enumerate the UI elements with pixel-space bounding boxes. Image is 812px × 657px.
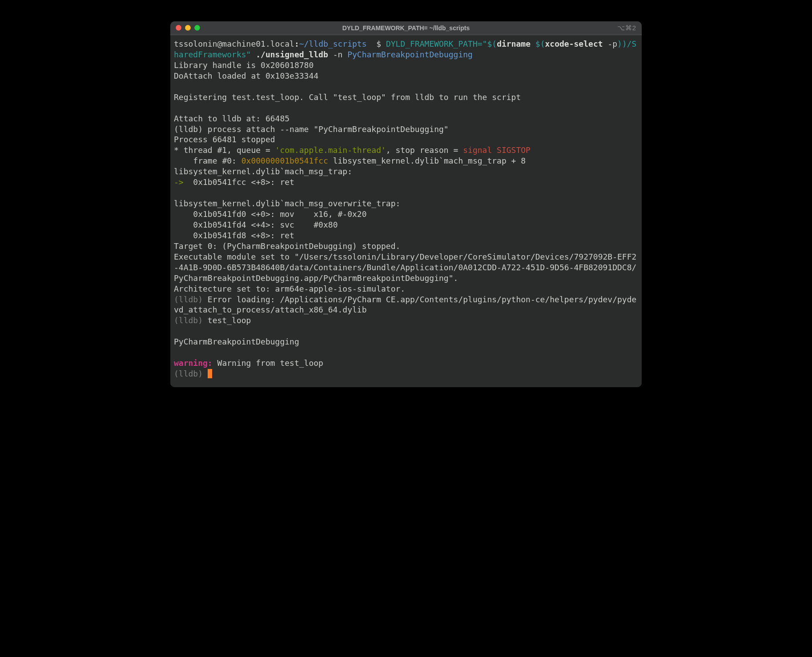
out-attach-at: Attach to lldb at: 66485: [174, 114, 289, 123]
arrow-icon: ->: [174, 177, 193, 187]
out-lib-handle: Library handle is 0x206018780: [174, 60, 314, 70]
out-lldb-attach: (lldb) process attach --name "PyCharmBre…: [174, 124, 449, 134]
out-asm-1: 0x1b0541fd4 <+4>: svc #0x80: [174, 220, 338, 229]
cmd-flag-p: -p: [603, 39, 618, 48]
out-exec-mod: Executable module set to "/Users/tssolon…: [174, 252, 636, 283]
warning-label: warning:: [174, 358, 213, 368]
cmd-subshell-open: $(: [531, 39, 545, 48]
cursor-icon: [208, 369, 212, 378]
cmd-flag-n: -n: [328, 50, 347, 59]
zoom-icon[interactable]: [194, 25, 200, 31]
out-pc-line: 0x1b0541fcc <+8>: ret: [193, 177, 294, 187]
out-thread-queue: 'com.apple.main-thread': [275, 145, 386, 155]
out-asm-2: 0x1b0541fd8 <+8>: ret: [174, 231, 294, 240]
cmd-quote-open: "$(: [482, 39, 497, 48]
terminal-output: tssolonin@machine01.local:~/lldb_scripts…: [174, 39, 638, 379]
out-proc-stopped: Process 66481 stopped: [174, 135, 275, 144]
minimize-icon[interactable]: [185, 25, 191, 31]
prompt-user-host: tssolonin@machine01.local: [174, 39, 294, 48]
out-register: Registering test.test_loop. Call "test_l…: [174, 92, 521, 102]
out-frame-pre: frame #0:: [174, 156, 241, 165]
lldb-prompt-3: (lldb): [174, 369, 208, 378]
out-thread-mid: , stop reason =: [386, 145, 463, 155]
titlebar: DYLD_FRAMEWORK_PATH= ~/lldb_scripts ⌥⌘2: [170, 21, 642, 35]
cmd-dirname: dirname: [497, 39, 531, 48]
out-target: Target 0: (PyCharmBreakpointDebugging) s…: [174, 241, 400, 251]
traffic-lights: [176, 25, 200, 31]
out-frame-addr: 0x00000001b0541fcc: [241, 156, 328, 165]
cmd-close2: ): [622, 39, 627, 48]
cmd-arg: PyCharmBreakpointDebugging: [347, 50, 473, 59]
out-arch: Architecture set to: arm64e-apple-ios-si…: [174, 284, 405, 293]
lldb-prompt-1: (lldb): [174, 295, 208, 304]
out-thread-pre: * thread #1, queue =: [174, 145, 275, 155]
cmd-script: ./unsigned_lldb: [251, 50, 328, 59]
terminal-window: DYLD_FRAMEWORK_PATH= ~/lldb_scripts ⌥⌘2 …: [170, 21, 642, 387]
out-doattach: DoAttach loaded at 0x103e33344: [174, 71, 318, 80]
out-trap-label: libsystem_kernel.dylib`mach_msg_trap:: [174, 167, 352, 176]
out-over-label: libsystem_kernel.dylib`mach_msg_overwrit…: [174, 199, 400, 208]
out-frame-post: libsystem_kernel.dylib`mach_msg_trap + 8: [328, 156, 526, 165]
cmd-quote-close: ": [246, 50, 251, 59]
warning-text: Warning from test_loop: [213, 358, 323, 368]
terminal-body[interactable]: tssolonin@machine01.local:~/lldb_scripts…: [170, 35, 642, 387]
out-test-loop: test_loop: [208, 316, 251, 325]
out-asm-0: 0x1b0541fd0 <+0>: mov x16, #-0x20: [174, 209, 367, 219]
env-var: DYLD_FRAMEWORK_PATH=: [386, 39, 482, 48]
out-thread-signal: signal SIGSTOP: [463, 145, 531, 155]
window-shortcut: ⌥⌘2: [617, 24, 636, 32]
lldb-prompt-2: (lldb): [174, 316, 208, 325]
prompt-colon: :: [294, 39, 299, 48]
window-title: DYLD_FRAMEWORK_PATH= ~/lldb_scripts: [342, 24, 470, 32]
close-icon[interactable]: [176, 25, 181, 31]
prompt-cwd: ~/lldb_scripts: [299, 39, 367, 48]
out-proc-name: PyCharmBreakpointDebugging: [174, 337, 299, 346]
cmd-close1: ): [617, 39, 622, 48]
prompt-sigil: $: [376, 39, 381, 48]
cmd-xcode-select: xcode-select: [545, 39, 603, 48]
out-err-load: Error loading: /Applications/PyCharm CE.…: [174, 295, 636, 315]
